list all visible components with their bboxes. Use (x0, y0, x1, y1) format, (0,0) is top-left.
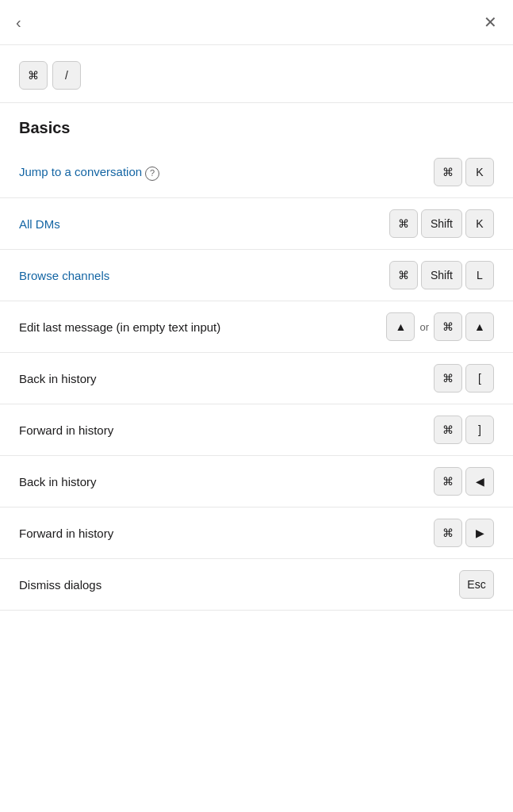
shortcut-label: Forward in history (19, 525, 434, 542)
shortcut-label: Edit last message (in empty text input) (19, 319, 386, 335)
header: ‹ ✕ (0, 0, 513, 45)
shortcuts-container: BasicsJump to a conversation?⌘KAll DMs⌘S… (0, 103, 513, 611)
keys-container: ⌘ShiftL (389, 261, 494, 289)
shortcut-row: Jump to a conversation?⌘K (0, 147, 513, 198)
help-icon[interactable]: ? (145, 167, 159, 181)
shortcut-row: Back in history⌘[ (0, 353, 513, 404)
key-badge: K (465, 158, 494, 186)
keys-container: ▲or⌘▲ (386, 312, 494, 341)
shortcut-label: Dismiss dialogs (19, 576, 459, 593)
key-badge: Esc (459, 570, 494, 599)
key-badge: [ (465, 364, 494, 393)
cmd-key: ⌘ (19, 61, 48, 90)
shortcut-row: Forward in history⌘] (0, 404, 513, 456)
key-badge: ▲ (465, 312, 494, 341)
keys-container: ⌘ShiftK (389, 209, 494, 238)
keys-container: ⌘▶ (434, 519, 494, 547)
shortcut-row: Browse channels⌘ShiftL (0, 250, 513, 301)
key-badge: ⌘ (434, 312, 462, 341)
key-badge: K (465, 209, 494, 238)
slash-key: / (52, 61, 81, 90)
shortcut-label: Back in history (19, 473, 434, 490)
key-badge: ⌘ (434, 519, 462, 547)
shortcut-row: Edit last message (in empty text input)▲… (0, 301, 513, 353)
key-badge: ⌘ (389, 261, 418, 289)
or-separator: or (419, 321, 429, 333)
key-badge: ◀ (465, 467, 494, 496)
key-badge: L (465, 261, 494, 289)
keys-container: ⌘K (434, 158, 494, 186)
section-title-0: Basics (0, 103, 513, 147)
key-badge: Shift (421, 261, 462, 289)
shortcut-label[interactable]: Jump to a conversation? (19, 163, 434, 180)
keys-container: ⌘[ (434, 364, 494, 393)
shortcut-row: Dismiss dialogsEsc (0, 559, 513, 611)
shortcut-label[interactable]: Browse channels (19, 267, 389, 284)
key-badge: ▲ (386, 312, 415, 341)
keys-container: ⌘◀ (434, 467, 494, 496)
key-badge: ⌘ (434, 416, 462, 444)
shortcut-label[interactable]: All DMs (19, 216, 389, 232)
key-badge: ▶ (465, 519, 494, 547)
keys-container: ⌘] (434, 416, 494, 444)
shortcut-list-0: Jump to a conversation?⌘KAll DMs⌘ShiftKB… (0, 147, 513, 611)
back-button[interactable]: ‹ (16, 13, 21, 32)
key-badge: ⌘ (434, 467, 462, 496)
shortcut-row: Back in history⌘◀ (0, 456, 513, 508)
keys-container: Esc (459, 570, 494, 599)
key-badge: ⌘ (389, 209, 418, 238)
shortcut-row: All DMs⌘ShiftK (0, 198, 513, 250)
shortcut-label: Forward in history (19, 422, 434, 439)
key-badge: Shift (421, 209, 462, 238)
shortcut-label: Back in history (19, 370, 434, 387)
shortcut-row: Forward in history⌘▶ (0, 508, 513, 559)
close-button[interactable]: ✕ (484, 13, 497, 32)
toggle-hint-row: ⌘ / (0, 45, 513, 103)
key-badge: ⌘ (434, 158, 462, 186)
key-badge: ⌘ (434, 364, 462, 393)
key-badge: ] (465, 416, 494, 444)
